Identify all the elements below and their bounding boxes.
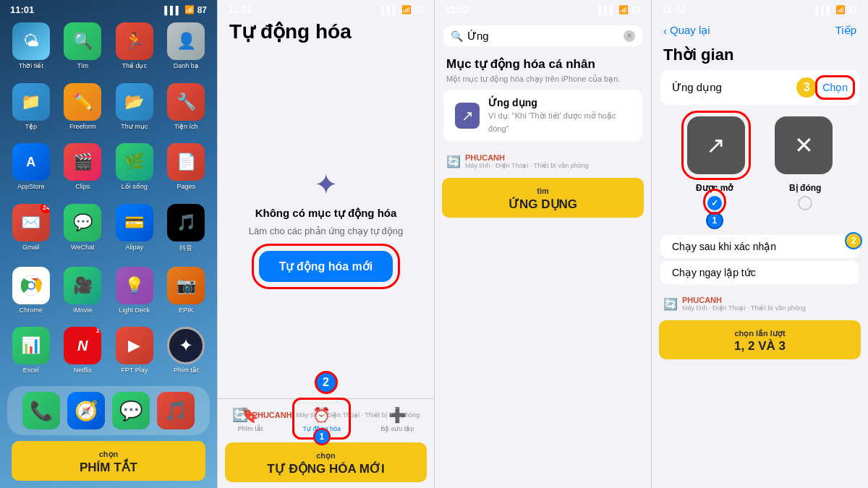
app-trigger-title: Ứng dụng [488,97,631,108]
app-find[interactable]: 🔍 Tìm [61,22,106,76]
app-label-appstore: AppStore [17,183,45,190]
caption-1-big: PHÍM TẮT [22,460,195,475]
dock-safari[interactable]: 🧭 [67,392,105,429]
app-utilities[interactable]: 🔧 Tiện ích [164,83,209,137]
phucanh-logo-4: PHUCANH [682,296,806,304]
app-files[interactable]: 📁 Tệp [9,83,54,137]
app-icon-lightdeck: 💡 [116,267,153,304]
tab-gallery[interactable]: ➕ Bộ sưu tập [375,403,420,435]
watermark-3: 🔄 PHUCANH Máy tính · Điện Thoại · Thiết … [435,147,651,175]
run-option-2[interactable]: Chạy ngay lập tức [660,261,859,284]
caption-4: chọn lần lượt 1, 2 và 3 [659,320,861,359]
app-label-shortcuts: Phím tắt [174,367,199,374]
watermark-4: 🔄 PHUCANH Máy tính · Điện Thoại · Thiết … [652,290,868,317]
app-label-fptplay: FPT Play [121,367,148,374]
app-fitness[interactable]: 🏃 Thể dục [112,22,157,76]
app-tiktok[interactable]: 🎵 抖音 [164,204,209,260]
app-netflix[interactable]: N 1 Netflix [61,327,106,380]
app-row[interactable]: Ứng dụng 3 Chọn [660,70,859,105]
caption-1: chọn PHÍM TẮT [12,441,205,481]
back-button[interactable]: ‹ Quay lại [663,24,710,37]
app-label-wechat: WeChat [71,244,94,251]
app-label-excel: Excel [23,367,39,374]
search-input[interactable] [467,30,619,42]
app-alipay[interactable]: 💳 Alipay [112,204,157,260]
app-icon-clips: 🎬 [64,143,101,181]
search-bar[interactable]: 🔍 ✕ [443,25,642,46]
panel-home-screen: 11:01 ▌▌▌ 📶 87 🌤 Thời tiết 🔍 Tìm 🏃 Thể d… [0,0,217,488]
app-icon-contacts: 👤 [167,22,205,60]
watermark-sub-4: Máy tính · Điện Thoại · Thiết bị văn phò… [682,304,806,312]
app-gmail[interactable]: ✉️ 24 Gmail [9,204,54,260]
badge-3: 3 [796,77,817,98]
dock-phone[interactable]: 📞 [22,392,60,429]
dock-messages[interactable]: 💬 [112,392,150,429]
app-label-gmail: Gmail [22,244,40,251]
status-bar-4: 11:02 ▌▌▌ 📶 87 [652,0,868,17]
action-opened-label: Được mở ✓ 1 [672,183,757,229]
new-shortcut-button[interactable]: Tự động hóa mới [259,251,393,282]
app-weather[interactable]: 🌤 Thời tiết [9,22,54,76]
app-contacts[interactable]: 👤 Danh bạ [164,22,209,76]
status-bar-2: 11:01 ▌▌▌ 📶 87 [218,0,434,17]
app-icon-netflix: N 1 [64,327,101,364]
signal-3: ▌▌▌ [598,6,615,14]
watermark-sub-3: Máy tính · Điện Thoại · Thiết bị văn phò… [465,162,589,169]
app-lightdeck[interactable]: 💡 Light Deck [112,267,157,320]
time-4: 11:02 [662,4,686,15]
tab-automation[interactable]: ⏰ Tự động hóa 1 [297,403,346,435]
caption-4-big: 1, 2 và 3 [669,339,851,354]
next-button[interactable]: Tiếp [835,24,856,37]
app-shortcuts[interactable]: ✦ Phím tắt [164,327,209,380]
caption-2-small: chọn [316,451,336,460]
action-opened-wrapper: ↗ [687,116,745,174]
time-section-title: Thời gian [652,41,868,70]
app-label-netflix: Netflix [74,367,92,374]
app-wechat[interactable]: 💬 WeChat [61,204,106,260]
tab-shortcuts[interactable]: 🔖 Phím tắt [232,403,269,435]
section-title-3: Mục tự động hóa cá nhân [435,52,651,74]
closed-label-text: Bị đóng [763,183,848,193]
wifi-2: 📶 [401,5,412,14]
app-label-epik: EPIK [179,307,194,314]
choose-wrapper: Chọn [822,81,848,94]
app-icon-weather: 🌤 [12,22,50,60]
dock-music[interactable]: 🎵 [157,392,195,429]
time-1: 11:01 [10,4,34,15]
app-label-files: Tệp [25,123,37,130]
app-folder[interactable]: 📂 Thư mục [112,83,157,137]
app-epik[interactable]: 📷 EPIK [164,267,209,320]
panel-app-search: 11:02 ▌▌▌ 📶 87 🔍 ✕ Mục tự động hóa cá nh… [434,0,651,488]
app-label-pages: Pages [176,183,195,190]
app-fptplay[interactable]: ▶ FPT Play [112,327,157,380]
app-label-lightdeck: Light Deck [119,307,150,314]
back-label: Quay lại [670,24,710,37]
action-closed-icon[interactable]: ✕ [775,116,833,174]
tab-shortcuts-label: Phím tắt [238,425,263,432]
netflix-badge: 1 [92,327,101,336]
step-2-badge-right: 2 [845,232,862,249]
app-excel[interactable]: 📊 Excel [9,327,54,380]
app-trigger-sub: Ví dụ: "Khi 'Thời tiết' được mở hoặc đón… [488,111,616,133]
action-closed-label: Bị đóng [763,183,848,229]
app-chrome[interactable]: Chrome [9,267,54,320]
app-icon-appstore: A [12,143,50,181]
app-appstore[interactable]: A AppStore [9,143,54,197]
app-freeform[interactable]: ✏️ Freeform [61,83,106,137]
search-clear-icon[interactable]: ✕ [624,30,635,42]
app-pages[interactable]: 📄 Pages [164,143,209,197]
list-row-app[interactable]: ↗ Ứng dụng Ví dụ: "Khi 'Thời tiết' được … [443,90,642,142]
time-2: 11:01 [228,4,252,15]
gmail-badge: 24 [41,204,50,213]
signal-4: ▌▌▌ [815,6,832,14]
app-grid: 🌤 Thời tiết 🔍 Tìm 🏃 Thể dục 👤 Danh bạ 📁 … [0,17,217,386]
app-lifestyle[interactable]: 🌿 Lối sống [112,143,157,197]
radio-closed[interactable] [798,196,812,210]
app-imovie[interactable]: 🎥 iMovie [61,267,106,320]
app-icon-excel: 📊 [12,327,50,364]
wifi-4: 📶 [835,5,846,14]
app-icon-fptplay: ▶ [116,327,153,364]
caption-4-small: chọn lần lượt [734,329,785,338]
run-option-1[interactable]: Chạy sau khi xác nhận 2 [660,235,859,258]
app-clips[interactable]: 🎬 Clips [61,143,106,197]
